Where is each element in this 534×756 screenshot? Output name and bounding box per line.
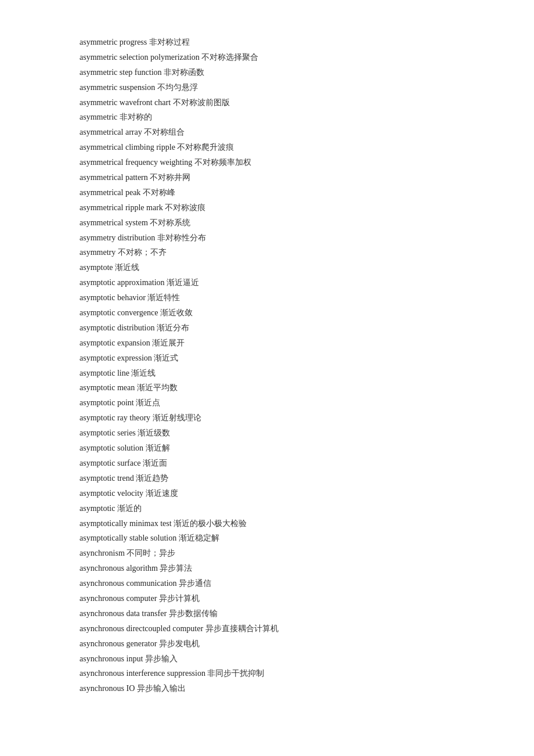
entry-chinese: 渐近收敛 (160, 308, 193, 317)
entry-chinese: 异步数据传输 (169, 609, 218, 618)
entry-chinese: 渐近分布 (157, 323, 189, 332)
entry-chinese: 渐近级数 (138, 429, 170, 437)
entry-english: asymptotically stable solution (80, 534, 176, 542)
entry-english: asymptotic approximation (80, 278, 165, 287)
list-item: asymptotic mean 渐近平均数 (80, 380, 454, 395)
entry-chinese: 不对称组合 (144, 128, 185, 136)
entry-chinese: 不对称波痕 (165, 203, 205, 212)
list-item: asynchronous communication 异步通信 (80, 576, 454, 591)
list-item: asymptotic series 渐近级数 (80, 426, 454, 441)
entry-english: asymptotic expansion (80, 339, 150, 347)
list-item: asynchronous IO 异步输入输出 (80, 681, 454, 696)
list-item: asynchronous generator 异步发电机 (80, 636, 454, 651)
list-item: asymmetric progress 非对称过程 (80, 35, 454, 50)
list-item: asynchronous algorithm 异步算法 (80, 561, 454, 576)
list-item: asymptotic line 渐近线 (80, 366, 454, 381)
entry-english: asymmetric suspension (80, 83, 155, 92)
entry-english: asymptotic distribution (80, 323, 155, 332)
entry-chinese: 不对称爬升波痕 (177, 143, 234, 152)
entry-chinese: 渐近点 (136, 398, 160, 407)
list-item: asymptotic velocity 渐近速度 (80, 486, 454, 501)
entry-english: asymptotic series (80, 429, 136, 437)
list-item: asymptotic solution 渐近解 (80, 441, 454, 456)
list-item: asymmetric step function 非对称函数 (80, 65, 454, 80)
list-item: asymmetrical ripple mark 不对称波痕 (80, 200, 454, 215)
entry-english: asymptotically minimax test (80, 519, 172, 528)
entry-english: asynchronous generator (80, 639, 157, 648)
list-item: asymptotic expression 渐近式 (80, 351, 454, 366)
entry-chinese: 不均匀悬浮 (157, 83, 198, 92)
entry-chinese: 渐近的极小极大检验 (174, 519, 247, 528)
entry-english: asymptotic ray theory (80, 413, 150, 422)
entry-english: asymptotic point (80, 398, 134, 407)
entry-english: asynchronous directcoupled computer (80, 624, 203, 633)
list-item: asymmetrical peak 不对称峰 (80, 185, 454, 200)
entry-chinese: 渐近射线理论 (153, 413, 201, 422)
entry-english: asymptotic convergence (80, 308, 158, 317)
entry-english: asynchronism (80, 549, 125, 557)
entry-chinese: 不对称频率加权 (194, 158, 251, 167)
entry-chinese: 非对称的 (120, 113, 152, 121)
list-item: asymptotic distribution 渐近分布 (80, 321, 454, 336)
list-item: asymmetric selection polymerization 不对称选… (80, 50, 454, 65)
entry-chinese: 渐近速度 (146, 489, 178, 498)
list-item: asymptotic 渐近的 (80, 501, 454, 516)
list-item: asymptotic ray theory 渐近射线理论 (80, 411, 454, 426)
entry-english: asynchronous data transfer (80, 609, 167, 618)
entry-english: asymmetrical frequency weighting (80, 158, 192, 167)
entry-chinese: 不对称；不齐 (118, 248, 167, 257)
list-item: asymmetrical system 不对称系统 (80, 215, 454, 231)
entry-english: asynchronous interference suppression (80, 669, 205, 678)
entry-chinese: 渐近线 (131, 369, 156, 377)
entry-english: asymmetrical array (80, 128, 142, 136)
entry-chinese: 异步直接耦合计算机 (205, 624, 279, 633)
entry-english: asymmetrical peak (80, 188, 140, 197)
entry-english: asymptotic surface (80, 459, 140, 467)
entry-chinese: 渐近式 (154, 354, 178, 362)
entry-chinese: 渐近稳定解 (179, 534, 219, 542)
entry-chinese: 渐近线 (115, 263, 139, 272)
list-item: asymmetrical climbing ripple 不对称爬升波痕 (80, 140, 454, 155)
list-item: asymmetrical pattern 不对称井网 (80, 170, 454, 185)
entry-english: asymptotic line (80, 369, 129, 377)
entry-chinese: 渐近逼近 (167, 278, 199, 287)
entry-chinese: 非对称性分布 (157, 233, 206, 242)
entry-chinese: 渐近解 (146, 444, 170, 452)
entry-english: asymmetrical pattern (80, 173, 148, 182)
entry-chinese: 非同步干扰抑制 (207, 669, 264, 678)
list-item: asymptotically stable solution 渐近稳定解 (80, 531, 454, 546)
entry-english: asymmetric selection polymerization (80, 53, 200, 62)
entry-english: asymmetrical ripple mark (80, 203, 163, 212)
entry-english: asymptotic velocity (80, 489, 143, 498)
entry-english: asynchronous computer (80, 594, 157, 603)
entry-chinese: 异步输入输出 (137, 684, 186, 693)
entry-english: asymmetrical climbing ripple (80, 143, 175, 152)
entry-english: asynchronous communication (80, 579, 177, 588)
entry-chinese: 异步计算机 (159, 594, 200, 603)
list-item: asymptotic behavior 渐近特性 (80, 290, 454, 305)
entry-english: asymmetrical system (80, 218, 148, 227)
list-item: asymptotic expansion 渐近展开 (80, 336, 454, 351)
entry-chinese: 渐近平均数 (137, 383, 178, 392)
list-item: asymptotic surface 渐近面 (80, 456, 454, 471)
entry-chinese: 渐近的 (117, 504, 142, 513)
list-item: asymptotic point 渐近点 (80, 395, 454, 411)
entry-english: asynchronous IO (80, 684, 135, 693)
entry-chinese: 渐近特性 (147, 293, 180, 302)
entry-english: asymmetric step function (80, 68, 162, 77)
entry-chinese: 不对称选择聚合 (201, 53, 258, 62)
list-item: asymmetrical frequency weighting 不对称频率加权 (80, 155, 454, 170)
entry-chinese: 异步算法 (160, 564, 192, 573)
list-item: asymptote 渐近线 (80, 260, 454, 275)
entry-chinese: 不对称井网 (150, 173, 190, 182)
dictionary-content: asymmetric progress 非对称过程asymmetric sele… (80, 35, 454, 696)
entry-english: asymmetry distribution (80, 233, 155, 242)
list-item: asynchronous directcoupled computer 异步直接… (80, 621, 454, 636)
entry-chinese: 不对称系统 (150, 218, 190, 227)
entry-english: asymptotic mean (80, 383, 135, 392)
list-item: asynchronous input 异步输入 (80, 651, 454, 667)
list-item: asymmetric wavefront chart 不对称波前图版 (80, 95, 454, 110)
entry-english: asymptotic solution (80, 444, 143, 452)
list-item: asynchronous interference suppression 非同… (80, 666, 454, 681)
list-item: asymptotically minimax test 渐近的极小极大检验 (80, 516, 454, 531)
